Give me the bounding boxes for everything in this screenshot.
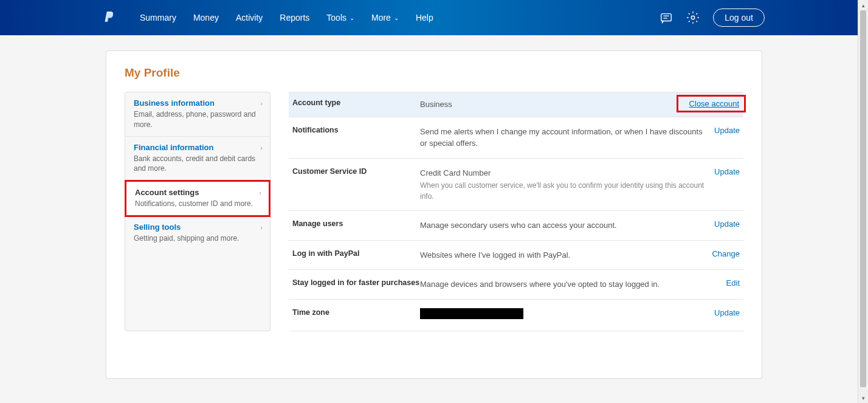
chevron-right-icon: › — [259, 189, 261, 196]
nav-help[interactable]: Help — [416, 13, 433, 22]
sidebar-item-account-settings[interactable]: Account settingsNotifications, customer … — [125, 180, 270, 217]
settings-content: Account typeBusinessClose accountNotific… — [289, 92, 743, 331]
scroll-thumb[interactable] — [860, 10, 866, 387]
row-label: Manage users — [292, 219, 420, 228]
edit-link[interactable]: Edit — [726, 278, 740, 288]
sidebar-item-desc: Bank accounts, credit and debit cards an… — [134, 154, 261, 174]
row-body: Send me alerts when I change my account … — [420, 126, 708, 150]
row-label: Log in with PayPal — [292, 249, 420, 258]
update-link[interactable]: Update — [714, 167, 740, 176]
setting-row-stay-logged-in-for-faster-purchases: Stay logged in for faster purchasesManag… — [289, 270, 743, 300]
header-actions: Log out — [660, 9, 765, 27]
row-body: Business — [420, 98, 677, 111]
nav-money[interactable]: Money — [193, 13, 219, 22]
gear-icon[interactable] — [686, 11, 700, 24]
setting-row-time-zone: Time zoneUpdate — [289, 300, 743, 332]
setting-row-notifications: NotificationsSend me alerts when I chang… — [289, 117, 743, 159]
setting-row-manage-users: Manage usersManage secondary users who c… — [289, 211, 743, 241]
sidebar-item-title: Account settings — [135, 188, 260, 197]
redacted-value — [420, 308, 523, 319]
page-title: My Profile — [125, 66, 743, 80]
sidebar-item-desc: Notifications, customer ID and more. — [135, 199, 260, 209]
row-body: Websites where I've logged in with PayPa… — [420, 249, 706, 261]
chevron-right-icon: › — [260, 224, 263, 231]
svg-point-3 — [692, 16, 695, 19]
row-label: Stay logged in for faster purchases — [292, 278, 420, 287]
chevron-down-icon: ⌄ — [394, 15, 399, 21]
nav-tools[interactable]: Tools⌄ — [326, 13, 354, 22]
close-account-link[interactable]: Close account — [677, 95, 746, 112]
sidebar-item-desc: Getting paid, shipping and more. — [134, 233, 261, 244]
chevron-right-icon: › — [260, 144, 263, 151]
logout-button[interactable]: Log out — [713, 9, 765, 27]
scroll-down-arrow[interactable]: ▾ — [858, 393, 868, 394]
row-subtext: When you call customer service, we'll as… — [420, 180, 708, 202]
row-body: Manage secondary users who can access yo… — [420, 219, 708, 232]
row-label: Customer Service ID — [292, 167, 420, 176]
global-header: Summary Money Activity Reports Tools⌄ Mo… — [0, 0, 868, 35]
profile-sidebar: Business informationEmail, address, phon… — [125, 92, 270, 331]
row-label: Time zone — [292, 308, 420, 317]
sidebar-item-selling-tools[interactable]: Selling toolsGetting paid, shipping and … — [125, 216, 270, 250]
chevron-down-icon: ⌄ — [350, 15, 354, 21]
scroll-up-arrow[interactable]: ▴ — [858, 0, 868, 10]
chevron-right-icon: › — [260, 100, 263, 107]
change-link[interactable]: Change — [712, 249, 740, 258]
row-label: Account type — [292, 98, 420, 107]
sidebar-item-desc: Email, address, phone, password and more… — [134, 109, 261, 130]
setting-row-account-type: Account typeBusinessClose account — [289, 92, 743, 117]
row-label: Notifications — [292, 126, 420, 134]
nav-more[interactable]: More⌄ — [371, 13, 399, 22]
row-body: Manage devices and browsers where you've… — [420, 278, 720, 291]
sidebar-item-title: Selling tools — [134, 222, 261, 232]
update-link[interactable]: Update — [714, 308, 740, 317]
row-body: Credit Card NumberWhen you call customer… — [420, 167, 708, 202]
update-link[interactable]: Update — [714, 126, 740, 135]
row-body — [420, 308, 708, 323]
svg-rect-0 — [661, 14, 672, 21]
nav-reports[interactable]: Reports — [280, 13, 309, 22]
update-link[interactable]: Update — [714, 219, 740, 229]
nav-more-label: More — [371, 13, 391, 22]
sidebar-item-financial-information[interactable]: Financial informationBank accounts, cred… — [125, 137, 270, 181]
nav-tools-label: Tools — [326, 13, 346, 22]
vertical-scrollbar[interactable]: ▴ ▾ — [858, 0, 868, 394]
sidebar-item-business-information[interactable]: Business informationEmail, address, phon… — [125, 92, 270, 137]
messages-icon[interactable] — [660, 11, 673, 24]
main-nav: Summary Money Activity Reports Tools⌄ Mo… — [140, 13, 660, 22]
sidebar-item-title: Business information — [134, 98, 261, 108]
nav-activity[interactable]: Activity — [236, 13, 263, 22]
setting-row-log-in-with-paypal: Log in with PayPalWebsites where I've lo… — [289, 241, 743, 270]
paypal-logo[interactable] — [103, 10, 115, 26]
page-card: My Profile Business informationEmail, ad… — [106, 50, 762, 379]
sidebar-item-title: Financial information — [134, 143, 261, 152]
nav-summary[interactable]: Summary — [140, 13, 176, 22]
setting-row-customer-service-id: Customer Service IDCredit Card NumberWhe… — [289, 159, 743, 212]
